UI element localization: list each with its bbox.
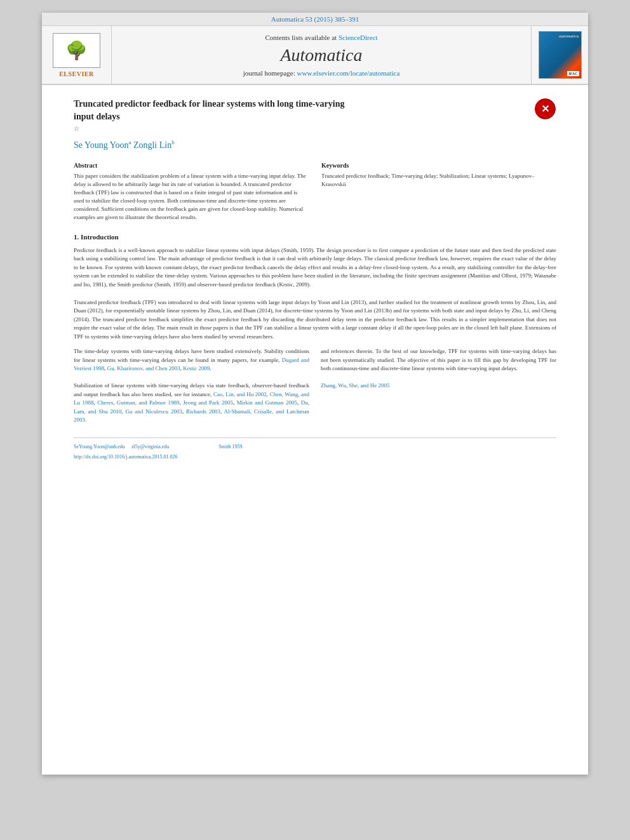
abstract-keywords-section: Abstract This paper considers the stabil… xyxy=(74,161,556,222)
journal-homepage-text: journal homepage: www.elsevier.com/locat… xyxy=(243,69,400,77)
journal-homepage-link[interactable]: www.elsevier.com/locate/automatica xyxy=(297,69,400,77)
email-1: SeYoung.Yoon@unh.edu xyxy=(74,444,125,450)
citations-two-col: The time-delay systems with time-varying… xyxy=(74,347,556,425)
abstract-heading: Abstract xyxy=(74,161,309,170)
cite-jeong-park[interactable]: Jeong and Park 2005 xyxy=(183,399,233,406)
email-2: zl5y@virginia.edu xyxy=(131,444,169,450)
cite-smith[interactable]: Smith 1959 xyxy=(218,444,242,450)
left-col-text: The time-delay systems with time-varying… xyxy=(74,347,309,425)
elsevier-label: ELSEVIER xyxy=(59,70,94,77)
article-title-block: Truncated predictor feedback for linear … xyxy=(74,98,521,133)
journal-title: Automatica xyxy=(280,45,362,65)
doi-link[interactable]: http://dx.doi.org/10.1016/j.automatica.2… xyxy=(74,454,178,460)
cite-mirkin-gutman[interactable]: Mirkin and Gutman 2005 xyxy=(237,399,297,406)
svg-text:✕: ✕ xyxy=(541,103,549,114)
cite-krstic[interactable]: Krstic 2009 xyxy=(183,365,210,371)
footnote-emails: SeYoung.Yoon@unh.edu zl5y@virginia.edu S… xyxy=(74,443,556,451)
automatica-cover-area: automatica IFAC xyxy=(531,26,588,84)
left-citation-col: The time-delay systems with time-varying… xyxy=(74,347,309,425)
crossmark-icon: ✕ xyxy=(534,98,556,120)
science-direct-link[interactable]: ScienceDirect xyxy=(338,34,378,41)
journal-ref-text: Automatica 53 (2015) 385–391 xyxy=(271,15,359,23)
intro-full-text-row: Predictor feedback is a well-known appro… xyxy=(74,246,556,341)
abstract-text: This paper considers the stabilization p… xyxy=(74,172,309,222)
star-footnote: ☆ xyxy=(74,124,521,133)
keywords-heading: Keywords xyxy=(321,161,556,170)
footnote-area: SeYoung.Yoon@unh.edu zl5y@virginia.edu S… xyxy=(74,437,556,461)
journal-title-area: Contents lists available at ScienceDirec… xyxy=(112,26,531,84)
ifac-badge: IFAC xyxy=(567,71,579,76)
page: Automatica 53 (2015) 385–391 🌳 ELSEVIER … xyxy=(42,13,588,775)
cite-gu-kharitonov[interactable]: Gu, Kharitonov, and Chen 2003 xyxy=(107,365,180,371)
cite-cao-lin-hu[interactable]: Cao, Lin, and Hu 2002 xyxy=(213,391,267,397)
crossmark-area: ✕ xyxy=(521,98,556,123)
cite-zhang-wu-she[interactable]: Zhang, Wu, She, and He 2005 xyxy=(321,382,389,389)
tree-icon: 🌳 xyxy=(65,40,88,61)
intro-left-col: Predictor feedback is a well-known appro… xyxy=(74,246,556,341)
automatica-cover-image: automatica IFAC xyxy=(539,31,582,79)
abstract-column: Abstract This paper considers the stabil… xyxy=(74,161,309,222)
article-title: Truncated predictor feedback for linear … xyxy=(74,98,521,123)
keywords-text: Truncated predictor feedback; Time-varyi… xyxy=(321,172,556,189)
cite-richards[interactable]: Richards 2003 xyxy=(186,408,220,415)
intro-paragraph-1: Predictor feedback is a well-known appro… xyxy=(74,246,556,290)
intro-paragraph-2: Truncated predictor feedback (TPF) was i… xyxy=(74,298,556,342)
keywords-column: Keywords Truncated predictor feedback; T… xyxy=(321,161,556,222)
intro-heading: 1. Introduction xyxy=(74,232,556,243)
cite-gu-niculescu[interactable]: Gu and Niculescu 2003 xyxy=(125,408,182,415)
introduction-section: 1. Introduction Predictor feedback is a … xyxy=(74,232,556,424)
authors-line: Se Young Yoona Zongli Linb xyxy=(74,138,556,152)
journal-header: 🌳 ELSEVIER Contents lists available at S… xyxy=(42,26,588,85)
article-title-area: Truncated predictor feedback for linear … xyxy=(74,98,556,133)
right-citation-col: and references therein. To the best of o… xyxy=(321,347,556,425)
journal-reference-bar: Automatica 53 (2015) 385–391 xyxy=(42,13,588,26)
contents-available-text: Contents lists available at ScienceDirec… xyxy=(265,34,377,41)
main-content-area: Truncated predictor feedback for linear … xyxy=(42,85,588,480)
cite-cheres-gutman[interactable]: Cheres, Gutman, and Palmor 1989 xyxy=(97,399,179,406)
elsevier-logo-area: 🌳 ELSEVIER xyxy=(42,26,112,84)
elsevier-tree-logo: 🌳 xyxy=(53,33,100,68)
right-col-text: and references therein. To the best of o… xyxy=(321,347,556,390)
